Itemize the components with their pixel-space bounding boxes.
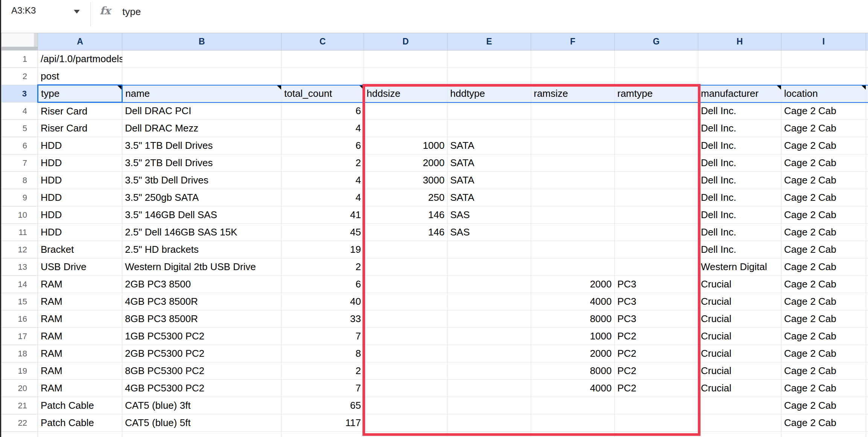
cell-ramtype[interactable] [615, 206, 698, 224]
cell-manufacturer[interactable]: Crucial [698, 276, 781, 293]
cell-ramsize[interactable]: 4000 [531, 293, 615, 310]
cell-location[interactable]: Cage 2 Cab [781, 137, 866, 154]
cell-manufacturer[interactable]: Dell Inc. [698, 224, 781, 241]
cell-ramsize[interactable] [531, 189, 615, 206]
cell-hddsize[interactable]: 2000 [364, 154, 448, 172]
cell-hddsize[interactable]: 3000 [364, 172, 448, 189]
cell-location[interactable]: Cage 2 Cab [781, 310, 866, 328]
cell[interactable] [531, 432, 615, 437]
row-header[interactable]: 14 [2, 276, 38, 293]
row-header[interactable]: 4 [2, 102, 38, 120]
cell-total-count[interactable]: 41 [282, 206, 364, 224]
cell-type[interactable]: RAM [38, 276, 122, 293]
cell-hddsize[interactable] [364, 102, 448, 120]
cell-hddtype[interactable] [448, 328, 531, 345]
cell-location[interactable]: Cage 2 Cab [781, 154, 866, 172]
cell-ramtype[interactable] [615, 120, 698, 137]
column-header-e[interactable]: E [448, 33, 531, 50]
cell-location[interactable]: Cage 2 Cab [781, 189, 866, 206]
cell-ramtype[interactable]: PC3 [615, 276, 698, 293]
cell-ramtype[interactable]: PC3 [615, 293, 698, 310]
cell-ramsize[interactable] [531, 258, 615, 276]
cell-name[interactable]: 3.5" 250gb SATA [122, 189, 282, 206]
cell-type[interactable]: Riser Card [38, 120, 122, 137]
cell-hddsize[interactable] [364, 293, 448, 310]
cell-manufacturer[interactable]: Dell Inc. [698, 172, 781, 189]
cell-manufacturer[interactable]: Western Digital [698, 258, 781, 276]
cell[interactable] [364, 50, 448, 68]
cell-location[interactable]: Cage 2 Cab [781, 172, 866, 189]
cell-total-count[interactable]: 19 [282, 241, 364, 258]
cell-total-count[interactable]: 7 [282, 380, 364, 397]
cell[interactable] [122, 432, 282, 437]
cell-name[interactable]: 2.5" Dell 146GB SAS 15K [122, 224, 282, 241]
cell-ramsize[interactable] [531, 397, 615, 414]
cell-hddsize[interactable] [364, 380, 448, 397]
cell-location[interactable]: Cage 2 Cab [781, 276, 866, 293]
cell-type[interactable]: RAM [38, 328, 122, 345]
cell-name[interactable]: 3.5" 1TB Dell Drives [122, 137, 282, 154]
cell-ramsize[interactable]: 2000 [531, 276, 615, 293]
cell[interactable] [781, 432, 866, 437]
cell-type[interactable]: HDD [38, 189, 122, 206]
cell-header-name[interactable]: name [122, 85, 282, 102]
cell-location[interactable]: Cage 2 Cab [781, 362, 866, 380]
cell-header-ramsize[interactable]: ramsize [531, 85, 615, 102]
row-header[interactable]: 3 [2, 85, 38, 102]
cell-ramtype[interactable] [615, 258, 698, 276]
cell[interactable] [448, 432, 531, 437]
cell-ramtype[interactable] [615, 397, 698, 414]
cell-total-count[interactable]: 65 [282, 397, 364, 414]
column-header-b[interactable]: B [122, 33, 282, 50]
cell-ramsize[interactable]: 1000 [531, 328, 615, 345]
cell-type[interactable]: RAM [38, 310, 122, 328]
cell-header-ramtype[interactable]: ramtype [615, 85, 698, 102]
cell-ramsize[interactable] [531, 154, 615, 172]
cell-ramsize[interactable] [531, 241, 615, 258]
cell-hddsize[interactable]: 146 [364, 224, 448, 241]
cell-hddsize[interactable] [364, 310, 448, 328]
cell-total-count[interactable]: 40 [282, 293, 364, 310]
cell-type[interactable]: HDD [38, 154, 122, 172]
cell-ramtype[interactable]: PC2 [615, 328, 698, 345]
cell-ramtype[interactable]: PC3 [615, 310, 698, 328]
cell-hddtype[interactable] [448, 120, 531, 137]
row-header[interactable]: 18 [2, 345, 38, 362]
cell-total-count[interactable]: 2 [282, 258, 364, 276]
cell[interactable] [364, 432, 448, 437]
cell-location[interactable]: Cage 2 Cab [781, 380, 866, 397]
cell-hddsize[interactable] [364, 241, 448, 258]
cell-name[interactable]: CAT5 (blue) 3ft [122, 397, 282, 414]
cell-hddsize[interactable]: 1000 [364, 137, 448, 154]
row-header[interactable]: 6 [2, 137, 38, 154]
cell-type[interactable]: Patch Cable [38, 397, 122, 414]
cell-hddsize[interactable] [364, 397, 448, 414]
cell-header-total-count[interactable]: total_count [282, 85, 364, 102]
cell-type[interactable]: Riser Card [38, 102, 122, 120]
cell[interactable] [448, 50, 531, 68]
cell-ramtype[interactable] [615, 137, 698, 154]
formula-input[interactable]: type [122, 6, 423, 18]
cell-hddtype[interactable] [448, 380, 531, 397]
cell-location[interactable]: Cage 2 Cab [781, 120, 866, 137]
cell-manufacturer[interactable]: Dell Inc. [698, 102, 781, 120]
cell-ramtype[interactable] [615, 189, 698, 206]
cell-location[interactable]: Cage 2 Cab [781, 258, 866, 276]
cell-type[interactable]: HDD [38, 172, 122, 189]
cell-manufacturer[interactable]: Crucial [698, 362, 781, 380]
cell-manufacturer[interactable]: Dell Inc. [698, 154, 781, 172]
row-header[interactable]: 5 [2, 120, 38, 137]
cell[interactable] [615, 432, 698, 437]
cell-manufacturer[interactable]: Crucial [698, 328, 781, 345]
cell[interactable] [615, 68, 698, 85]
cell-hddtype[interactable] [448, 397, 531, 414]
cell-name[interactable]: 2GB PC5300 PC2 [122, 345, 282, 362]
cell-ramtype[interactable] [615, 172, 698, 189]
row-header[interactable]: 12 [2, 241, 38, 258]
cell-total-count[interactable]: 7 [282, 328, 364, 345]
cell-hddtype[interactable] [448, 414, 531, 432]
cell-ramtype[interactable]: PC2 [615, 362, 698, 380]
cell-location[interactable]: Cage 2 Cab [781, 224, 866, 241]
cell-ramsize[interactable]: 4000 [531, 380, 615, 397]
row-header[interactable]: 17 [2, 328, 38, 345]
